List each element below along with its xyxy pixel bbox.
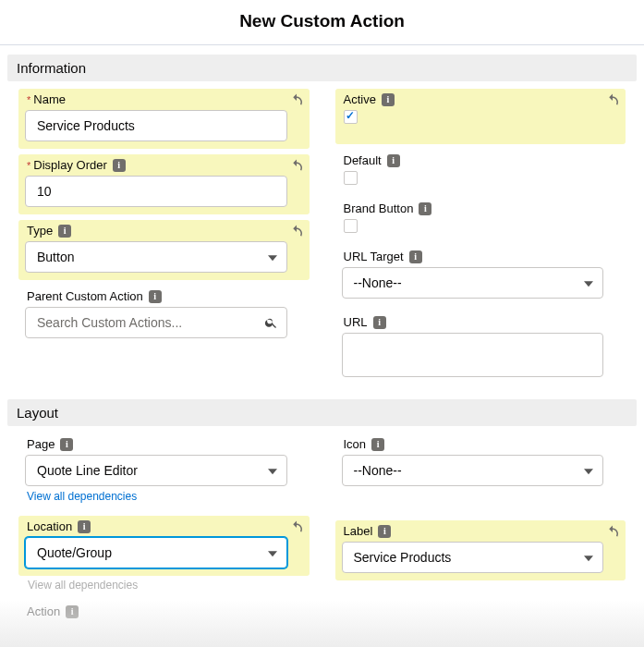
undo-icon[interactable] <box>288 92 305 109</box>
display-order-label: Display Order <box>33 158 106 172</box>
field-url-target: URL Target --None-- <box>335 246 626 306</box>
info-icon[interactable] <box>382 93 395 106</box>
default-checkbox[interactable] <box>344 171 358 185</box>
field-parent-custom-action: Parent Custom Action Search Custom Actio… <box>18 286 310 346</box>
divider <box>0 44 644 45</box>
info-icon[interactable] <box>58 225 71 238</box>
field-action: Action <box>18 597 310 629</box>
section-information: Information <box>7 55 637 81</box>
name-input[interactable]: Service Products <box>25 110 287 141</box>
chevron-down-icon <box>584 281 593 287</box>
field-brand-button: Brand Button <box>335 198 626 240</box>
page-title: New Custom Action <box>0 0 644 44</box>
view-dependencies-link-dim: View all dependencies <box>26 576 310 592</box>
info-icon[interactable] <box>373 316 386 329</box>
location-label: Location <box>27 519 72 533</box>
chevron-down-icon <box>584 555 593 561</box>
info-icon[interactable] <box>419 202 431 215</box>
url-textarea[interactable] <box>342 333 604 377</box>
field-default: Default <box>335 150 626 192</box>
info-icon[interactable] <box>66 605 79 618</box>
undo-icon[interactable] <box>288 224 305 240</box>
search-icon <box>264 316 278 330</box>
info-icon[interactable] <box>371 438 384 451</box>
parent-custom-action-search[interactable]: Search Custom Actions... <box>25 307 287 338</box>
field-page: Page Quote Line Editor View all dependen… <box>18 433 310 510</box>
undo-icon[interactable] <box>288 158 305 175</box>
chevron-down-icon <box>268 255 277 261</box>
info-icon[interactable] <box>409 250 422 263</box>
undo-icon[interactable] <box>604 92 621 109</box>
undo-icon[interactable] <box>604 524 621 541</box>
field-location: Location Quote/Group <box>18 516 310 576</box>
chevron-down-icon <box>268 551 277 556</box>
field-icon: Icon --None-- <box>335 433 626 494</box>
label-label: Label <box>344 524 373 538</box>
url-target-label: URL Target <box>344 250 404 263</box>
display-order-input[interactable]: 10 <box>25 176 287 207</box>
field-name: *Name Service Products <box>18 89 310 149</box>
brand-button-checkbox[interactable] <box>344 219 358 233</box>
url-target-select[interactable]: --None-- <box>342 267 604 299</box>
page-select[interactable]: Quote Line Editor <box>25 455 287 486</box>
page-label: Page <box>27 437 55 451</box>
chevron-down-icon <box>268 469 277 474</box>
info-icon[interactable] <box>149 290 162 303</box>
type-select[interactable]: Button <box>25 241 287 273</box>
icon-select[interactable]: --None-- <box>342 455 604 486</box>
label-select[interactable]: Service Products <box>342 542 604 573</box>
location-select[interactable]: Quote/Group <box>25 537 287 568</box>
field-url: URL <box>335 311 626 385</box>
undo-icon[interactable] <box>288 519 305 536</box>
active-checkbox[interactable] <box>344 110 358 124</box>
url-label: URL <box>344 315 368 329</box>
view-dependencies-link[interactable]: View all dependencies <box>25 486 287 503</box>
section-layout: Layout <box>7 399 637 426</box>
info-icon[interactable] <box>113 159 126 172</box>
info-icon[interactable] <box>387 154 400 167</box>
field-label: Label Service Products <box>335 520 626 580</box>
brand-button-label: Brand Button <box>344 201 414 215</box>
field-active: Active <box>335 89 626 144</box>
footer: Cancel Save & New Save <box>0 641 644 647</box>
active-label: Active <box>344 92 376 106</box>
info-icon[interactable] <box>78 520 91 533</box>
icon-label: Icon <box>344 437 367 451</box>
action-label: Action <box>27 604 60 618</box>
info-icon[interactable] <box>378 525 391 538</box>
default-label: Default <box>344 153 382 167</box>
info-icon[interactable] <box>60 438 73 451</box>
field-type: Type Button <box>18 220 310 280</box>
parent-custom-action-label: Parent Custom Action <box>27 289 143 303</box>
chevron-down-icon <box>584 469 593 474</box>
field-display-order: *Display Order 10 <box>18 154 310 214</box>
type-label: Type <box>27 224 53 238</box>
name-label: Name <box>33 92 66 106</box>
